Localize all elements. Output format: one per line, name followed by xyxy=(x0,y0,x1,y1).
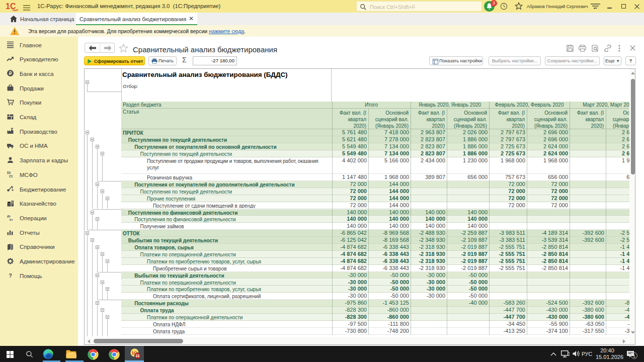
svg-text:?: ? xyxy=(9,273,12,279)
svg-text:Dt: Dt xyxy=(7,171,11,174)
svg-text:Дт: Дт xyxy=(7,215,11,218)
svg-text:Ct: Ct xyxy=(9,174,13,178)
svg-text:Кт: Кт xyxy=(10,218,13,221)
svg-text:1C: 1C xyxy=(6,2,16,11)
svg-text:₽: ₽ xyxy=(9,71,12,76)
